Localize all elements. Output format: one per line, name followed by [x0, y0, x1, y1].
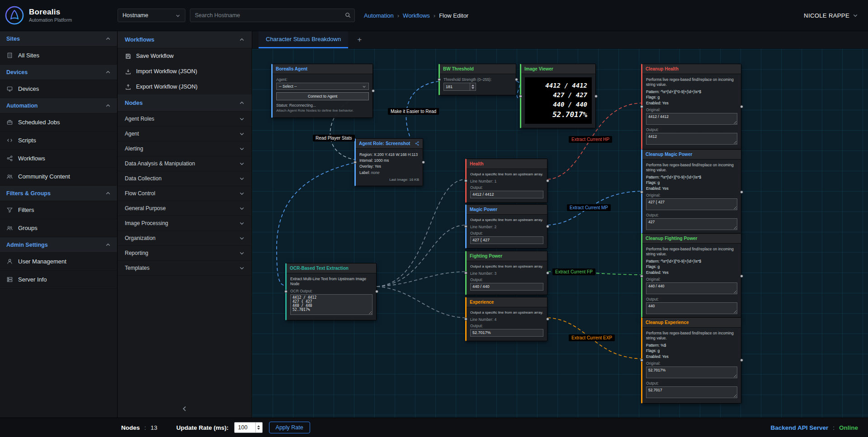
- input-handle[interactable]: [640, 275, 643, 278]
- sidebar-section-sites[interactable]: Sites: [0, 31, 117, 47]
- line-output-input[interactable]: [470, 236, 543, 244]
- sidebar-section-admin-settings[interactable]: Admin Settings: [0, 237, 117, 253]
- node-header[interactable]: Image Viewer: [521, 64, 595, 74]
- input-handle[interactable]: [464, 225, 467, 228]
- share-icon[interactable]: [415, 141, 420, 146]
- node-header[interactable]: Magic Power: [467, 205, 547, 215]
- collapse-panel-button[interactable]: [118, 400, 252, 418]
- node-agent-role-screenshot[interactable]: Agent Role: Screenshot Region: X:200 Y:4…: [354, 138, 423, 186]
- sidebar-section-devices[interactable]: Devices: [0, 65, 117, 80]
- node-borealis-agent[interactable]: Borealis Agent Agent: -- Select -- Conne…: [271, 64, 373, 118]
- original-textarea[interactable]: 52.7017%: [646, 367, 737, 378]
- output-handle[interactable]: [740, 359, 743, 362]
- sidebar-item-community-content[interactable]: Community Content: [0, 168, 117, 186]
- node-header[interactable]: Cleanup Experience: [642, 318, 741, 328]
- node-category-general-purpose[interactable]: General Purpose: [118, 201, 252, 216]
- output-handle[interactable]: [740, 275, 743, 278]
- original-textarea[interactable]: 440 / 440: [646, 282, 737, 294]
- node-cleanup-health[interactable]: Cleanup Health Performs live regex-based…: [641, 64, 741, 150]
- tab-character-status-breakdown[interactable]: Character Status Breakdown: [259, 31, 348, 48]
- import-workflow-button[interactable]: Import Workflow (JSON): [118, 64, 252, 79]
- line-output-input[interactable]: [470, 283, 543, 291]
- sidebar-item-user-management[interactable]: User Management: [0, 253, 117, 271]
- nodes-panel-header[interactable]: Nodes: [118, 94, 252, 112]
- output-handle[interactable]: [375, 290, 378, 293]
- node-header[interactable]: Experience: [467, 297, 547, 307]
- input-handle[interactable]: [464, 317, 467, 320]
- node-category-reporting[interactable]: Reporting: [118, 246, 252, 261]
- sidebar-item-filters[interactable]: Filters: [0, 201, 117, 219]
- node-category-data-collection[interactable]: Data Collection: [118, 171, 252, 186]
- node-category-templates[interactable]: Templates: [118, 261, 252, 276]
- node-header[interactable]: Health: [467, 159, 547, 169]
- spinner-buttons[interactable]: [470, 83, 476, 90]
- sidebar-item-scripts[interactable]: Scripts: [0, 132, 117, 150]
- output-handle[interactable]: [594, 94, 598, 98]
- node-category-agent-roles[interactable]: Agent Roles: [118, 112, 252, 127]
- node-header[interactable]: BW Threshold: [440, 64, 516, 74]
- output-textarea[interactable]: 4412: [646, 133, 737, 145]
- node-category-agent[interactable]: Agent: [118, 127, 252, 141]
- hostname-dropdown[interactable]: Hostname: [118, 9, 185, 22]
- output-textarea[interactable]: 440: [646, 302, 737, 314]
- breadcrumb-automation[interactable]: Automation: [364, 12, 394, 19]
- sidebar-item-devices[interactable]: Devices: [0, 80, 117, 98]
- sidebar-item-groups[interactable]: Groups: [0, 219, 117, 237]
- node-ocr-text-extraction[interactable]: OCR-Based Text Extraction Extract Multi-…: [285, 263, 377, 320]
- sidebar-item-workflows[interactable]: Workflows: [0, 150, 117, 168]
- input-handle[interactable]: [640, 105, 643, 108]
- node-category-data-analysis[interactable]: Data Analysis & Manipulation: [118, 156, 252, 171]
- node-header[interactable]: Cleanup Magic Power: [642, 150, 741, 160]
- output-handle[interactable]: [372, 89, 375, 92]
- input-handle[interactable]: [284, 290, 288, 293]
- node-category-organization[interactable]: Organization: [118, 231, 252, 246]
- save-workflow-button[interactable]: Save Workflow: [118, 48, 252, 64]
- node-bw-threshold[interactable]: BW Threshold Threshold Strength (0–255):: [439, 64, 516, 95]
- connect-to-ag ent-button[interactable]: Connect to Agent: [276, 92, 369, 100]
- node-category-image-processing[interactable]: Image Processing: [118, 216, 252, 231]
- sidebar-item-scheduled-jobs[interactable]: Scheduled Jobs: [0, 113, 117, 132]
- ocr-output-textarea[interactable]: 4412 / 4412 427 { 427 440 / 440 52.7017%: [290, 294, 373, 315]
- input-handle[interactable]: [640, 359, 643, 362]
- breadcrumb-workflows[interactable]: Workflows: [403, 12, 430, 19]
- threshold-input[interactable]: [444, 85, 470, 89]
- update-rate-input[interactable]: [237, 424, 255, 431]
- output-textarea[interactable]: 52.7017: [646, 386, 737, 398]
- sidebar-section-filters-groups[interactable]: Filters & Groups: [0, 186, 117, 201]
- input-handle[interactable]: [464, 179, 467, 182]
- output-handle[interactable]: [546, 179, 549, 182]
- input-handle[interactable]: [438, 78, 441, 81]
- flow-canvas[interactable]: Borealis Agent Agent: -- Select -- Conne…: [252, 49, 868, 418]
- node-category-flow-control[interactable]: Flow Control: [118, 186, 252, 201]
- output-handle[interactable]: [740, 191, 743, 194]
- sidebar-section-automation[interactable]: Automation: [0, 98, 117, 113]
- output-handle[interactable]: [422, 160, 425, 164]
- node-header[interactable]: Borealis Agent: [273, 64, 373, 74]
- user-menu[interactable]: NICOLE RAPPE: [804, 12, 868, 19]
- add-tab-button[interactable]: +: [348, 31, 371, 48]
- node-cleanup-magic-power[interactable]: Cleanup Magic Power Performs live regex-…: [641, 149, 741, 235]
- output-handle[interactable]: [546, 317, 549, 320]
- node-cleanup-experience[interactable]: Cleanup Experience Performs live regex-b…: [641, 317, 741, 404]
- search-input[interactable]: [190, 9, 355, 22]
- node-header[interactable]: OCR-Based Text Extraction: [287, 263, 376, 273]
- node-fighting-power[interactable]: Fighting Power Output a specific line fr…: [465, 251, 547, 295]
- node-experience[interactable]: Experience Output a specific line from a…: [465, 297, 547, 341]
- line-output-input[interactable]: [470, 329, 543, 337]
- sidebar-item-server-info[interactable]: Server Info: [0, 271, 117, 289]
- node-magic-power[interactable]: Magic Power Output a specific line from …: [465, 204, 547, 249]
- input-handle[interactable]: [464, 271, 467, 274]
- node-image-viewer[interactable]: Image Viewer 4412 / 4412 427 / 427 440 /…: [520, 64, 596, 128]
- node-header[interactable]: Cleanup Fighting Power: [642, 234, 741, 244]
- output-handle[interactable]: [546, 271, 549, 274]
- apply-rate-button[interactable]: Apply Rate: [269, 422, 310, 433]
- output-handle[interactable]: [546, 225, 549, 228]
- input-handle[interactable]: [354, 160, 357, 164]
- output-handle[interactable]: [515, 78, 518, 81]
- sidebar-item-all-sites[interactable]: All Sites: [0, 47, 117, 65]
- original-textarea[interactable]: 427 { 427: [646, 198, 737, 210]
- spinner-buttons[interactable]: [255, 423, 261, 432]
- workflows-panel-header[interactable]: Workflows: [118, 31, 252, 48]
- output-textarea[interactable]: 427: [646, 218, 737, 230]
- line-output-input[interactable]: [470, 191, 543, 198]
